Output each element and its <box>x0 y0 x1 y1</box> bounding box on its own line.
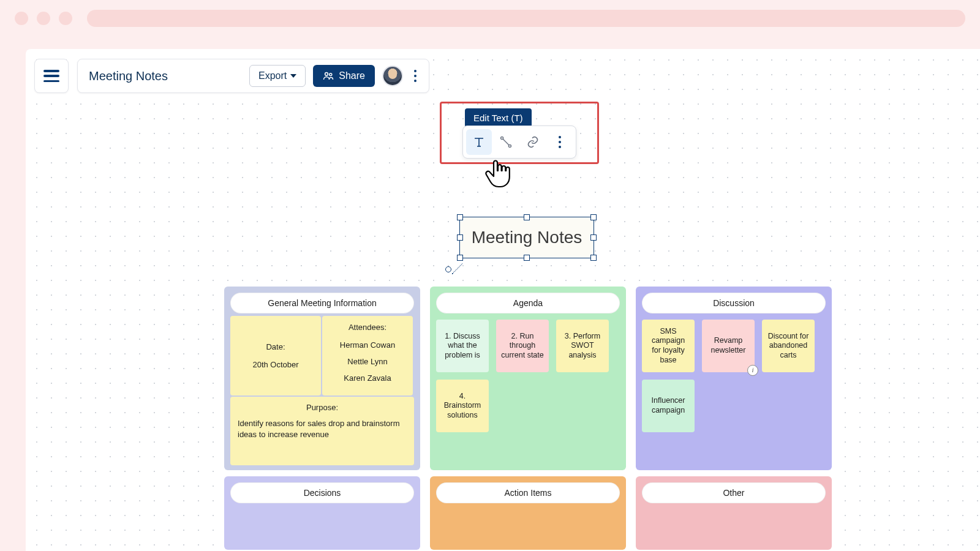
attendee-name: Herman Cowan <box>340 340 395 350</box>
resize-handle[interactable] <box>457 234 463 241</box>
sticky-agenda-item[interactable]: 1. Discuss what the problem is <box>436 320 489 372</box>
attendee-name: Nettle Lynn <box>347 357 387 366</box>
sticky-discussion-item[interactable]: Influencer campaign <box>642 380 695 432</box>
sticky-discussion-item[interactable]: SMS campaign for loyalty base <box>642 320 695 372</box>
svg-point-2 <box>501 137 503 140</box>
date-label: Date: <box>266 342 285 351</box>
attendees-label: Attendees: <box>349 323 386 332</box>
people-icon <box>323 70 334 81</box>
sticky-discussion-item[interactable]: Revamp newsletter i <box>702 320 755 372</box>
dots-vertical-icon <box>555 132 565 152</box>
section-agenda[interactable]: Agenda 1. Discuss what the problem is 2.… <box>430 287 626 470</box>
browser-url-bar[interactable] <box>87 10 965 27</box>
section-action-items[interactable]: Action Items <box>430 476 626 550</box>
section-other[interactable]: Other <box>636 476 832 550</box>
attendee-name: Karen Zavala <box>344 373 391 383</box>
info-badge-icon[interactable]: i <box>747 365 758 376</box>
section-header: General Meeting Information <box>230 293 414 313</box>
resize-handle[interactable] <box>524 214 530 220</box>
section-decisions[interactable]: Decisions <box>224 476 420 550</box>
section-header: Other <box>642 482 826 503</box>
browser-chrome <box>0 0 980 37</box>
toolbar-more-button[interactable] <box>547 129 573 155</box>
share-label: Share <box>339 70 365 81</box>
tooltip: Edit Text (T) <box>465 108 532 127</box>
text-icon <box>472 135 486 149</box>
export-button[interactable]: Export <box>249 65 306 87</box>
resize-handle[interactable] <box>457 255 463 261</box>
tutorial-highlight: Edit Text (T) <box>440 102 599 164</box>
avatar[interactable] <box>382 66 403 86</box>
link-button[interactable] <box>520 129 546 155</box>
resize-handle[interactable] <box>590 255 597 261</box>
connector-button[interactable] <box>493 129 519 155</box>
sticky-agenda-item[interactable]: 3. Perform SWOT analysis <box>556 320 609 372</box>
link-icon <box>526 135 540 149</box>
section-header: Decisions <box>230 482 414 503</box>
caret-down-icon <box>290 74 296 78</box>
svg-point-1 <box>330 73 332 76</box>
section-meeting-info[interactable]: General Meeting Information Date: 20th O… <box>224 287 420 470</box>
node-text: Meeting Notes <box>472 228 582 247</box>
sticky-text: Revamp newsletter <box>707 336 750 355</box>
connector-icon <box>499 135 513 149</box>
context-toolbar <box>462 126 576 159</box>
hamburger-icon <box>43 70 59 82</box>
cursor-hand-icon <box>483 158 513 195</box>
sticky-agenda-item[interactable]: 4. Brainstorm solutions <box>436 380 489 432</box>
title-bar: Meeting Notes Export Share <box>77 59 429 93</box>
document-title[interactable]: Meeting Notes <box>89 69 242 83</box>
canvas[interactable]: Meeting Notes Export Share Edit Text (T) <box>26 49 980 551</box>
browser-dot <box>15 12 28 25</box>
purpose-text: Identify reasons for sales drop and brai… <box>238 418 407 440</box>
more-menu-button[interactable] <box>410 66 420 86</box>
share-button[interactable]: Share <box>313 65 375 87</box>
sticky-discussion-item[interactable]: Discount for abandoned carts <box>762 320 815 372</box>
section-header: Action Items <box>436 482 620 503</box>
resize-handle[interactable] <box>524 255 530 261</box>
sticky-purpose[interactable]: Purpose: Identify reasons for sales drop… <box>230 397 414 465</box>
selected-text-node[interactable]: Meeting Notes <box>459 217 594 258</box>
section-header: Agenda <box>436 293 620 313</box>
connector-handle[interactable] <box>445 266 451 272</box>
svg-point-3 <box>508 144 511 147</box>
section-header: Discussion <box>642 293 826 313</box>
topbar: Meeting Notes Export Share <box>34 59 429 93</box>
browser-dot <box>59 12 72 25</box>
sticky-agenda-item[interactable]: 2. Run through current state <box>496 320 549 372</box>
purpose-label: Purpose: <box>238 403 407 412</box>
resize-handle[interactable] <box>590 214 597 220</box>
tooltip-text: Edit Text (T) <box>473 113 523 123</box>
svg-point-0 <box>325 73 328 76</box>
date-value: 20th October <box>252 360 298 369</box>
edit-text-button[interactable] <box>466 129 492 155</box>
resize-handle[interactable] <box>590 234 597 241</box>
export-label: Export <box>258 70 287 81</box>
resize-handle[interactable] <box>457 214 463 220</box>
sticky-attendees[interactable]: Attendees: Herman Cowan Nettle Lynn Kare… <box>322 316 413 395</box>
section-discussion[interactable]: Discussion SMS campaign for loyalty base… <box>636 287 832 470</box>
browser-dot <box>37 12 50 25</box>
sticky-date[interactable]: Date: 20th October <box>230 316 321 395</box>
connector-preview-line <box>452 263 463 274</box>
menu-button[interactable] <box>34 59 69 93</box>
